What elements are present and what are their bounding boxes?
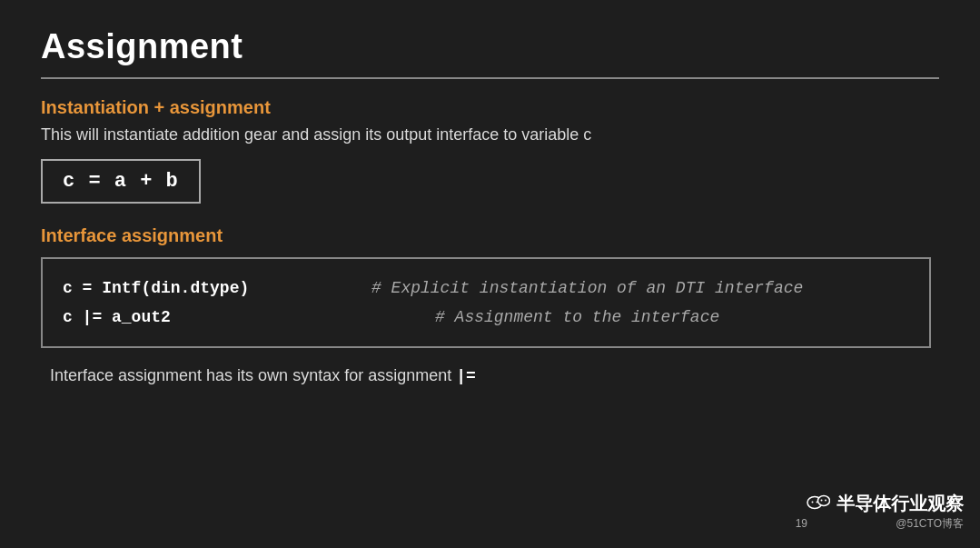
svg-point-2 — [812, 502, 814, 503]
bottom-note-text: Interface assignment has its own syntax … — [50, 366, 451, 384]
instantiation-section: Instantiation + assignment This will ins… — [41, 97, 939, 225]
code-line-1: c = Intf(din.dtype) # Explicit instantia… — [63, 274, 909, 303]
wechat-icon — [806, 491, 831, 516]
code-line-2: c |= a_out2 # Assignment to the interfac… — [63, 303, 909, 332]
title-divider — [41, 77, 939, 79]
svg-point-1 — [818, 496, 830, 506]
bottom-note-highlight: |= — [456, 367, 476, 385]
interface-section: Interface assignment c = Intf(din.dtype)… — [41, 225, 939, 349]
page-number: 19 — [796, 517, 807, 530]
instantiation-description: This will instantiate addition gear and … — [41, 124, 939, 146]
instantiation-heading: Instantiation + assignment — [41, 97, 939, 118]
code-main-1: c = Intf(din.dtype) — [63, 274, 371, 303]
svg-point-5 — [825, 500, 827, 502]
watermark-main: 半导体行业观察 — [806, 491, 964, 516]
code-box-simple: c = a + b — [41, 159, 201, 204]
code-block: c = Intf(din.dtype) # Explicit instantia… — [41, 257, 931, 349]
bottom-note: Interface assignment has its own syntax … — [50, 366, 939, 385]
watermark-subtext: @51CTO博客 — [896, 516, 964, 532]
code-comment-1: # Explicit instantiation of an DTI inter… — [371, 274, 803, 303]
svg-point-3 — [817, 502, 818, 503]
code-simple: c = a + b — [63, 170, 179, 193]
watermark-text: 半导体行业观察 — [836, 492, 964, 516]
svg-point-4 — [821, 500, 823, 502]
code-main-2: c |= a_out2 — [63, 303, 371, 332]
page-title: Assignment — [41, 27, 939, 66]
interface-heading: Interface assignment — [41, 225, 939, 246]
code-comment-2: # Assignment to the interface — [435, 303, 719, 332]
watermark: 半导体行业观察 @51CTO博客 — [806, 491, 964, 532]
slide-container: Assignment Instantiation + assignment Th… — [0, 0, 980, 548]
